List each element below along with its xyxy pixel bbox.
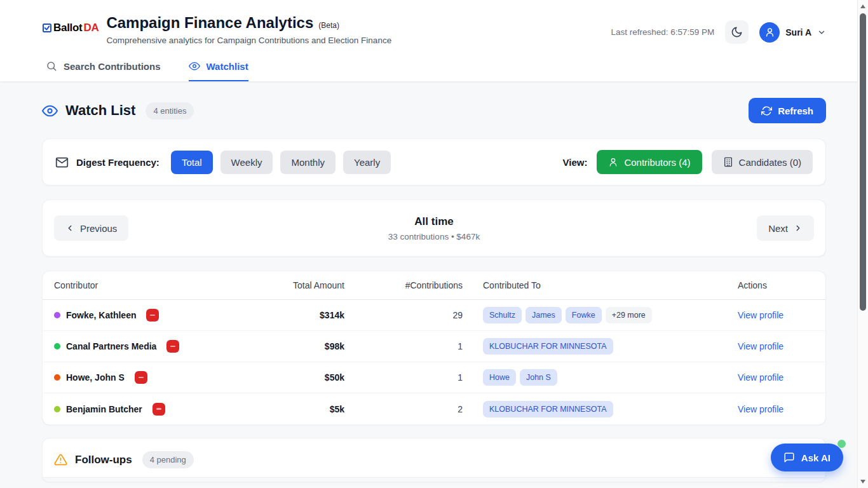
entities-count-badge: 4 entities xyxy=(146,102,194,119)
column-header-contributor: Contributor xyxy=(54,280,283,290)
contributors-button-label: Contributors (4) xyxy=(624,157,690,168)
view-candidates-button[interactable]: Candidates (0) xyxy=(712,150,813,174)
column-header-total-amount: Total Amount xyxy=(283,280,344,290)
eye-icon xyxy=(189,60,200,72)
table-row: Benjamin Butcher $5k 2 KLOBUCHAR FOR MIN… xyxy=(43,393,825,424)
search-icon xyxy=(46,60,57,72)
user-menu[interactable]: Suri A xyxy=(759,22,826,43)
period-summary: 33 contributions • $467k xyxy=(43,232,825,241)
contributions-count: 1 xyxy=(344,341,463,351)
beta-tag: (Beta) xyxy=(318,21,339,30)
pending-count-badge: 4 pending xyxy=(142,451,194,468)
ballotda-logo: BallotDA xyxy=(42,22,98,34)
tab-search-contributions[interactable]: Search Contributions xyxy=(46,60,161,81)
scrollbar-thumb[interactable] xyxy=(860,13,866,311)
contributor-color-dot xyxy=(54,343,60,349)
recipient-chip: Schultz xyxy=(483,307,522,323)
more-recipients-chip[interactable]: +29 more xyxy=(606,307,652,323)
online-status-dot xyxy=(837,440,846,448)
column-header-contributed-to: Contributed To xyxy=(483,280,722,290)
minus-icon xyxy=(139,377,144,379)
period-pagination-card: All time 33 contributions • $467k Previo… xyxy=(42,200,826,257)
ask-ai-label: Ask AI xyxy=(801,452,831,463)
table-rows: Fowke, Kathleen $314k 29 SchultzJamesFow… xyxy=(43,300,825,424)
digest-option-total[interactable]: Total xyxy=(171,151,213,174)
app-subtitle: Comprehensive analytics for Campaign Con… xyxy=(106,36,391,45)
chevron-down-icon xyxy=(817,28,826,37)
recipient-chip: Howe xyxy=(483,369,516,386)
user-name: Suri A xyxy=(785,27,811,37)
building-icon xyxy=(723,157,733,167)
total-amount: $98k xyxy=(283,341,344,351)
remove-from-watchlist-button[interactable] xyxy=(166,340,179,353)
refresh-icon xyxy=(761,105,772,116)
digest-option-yearly[interactable]: Yearly xyxy=(343,151,391,174)
previous-period-button[interactable]: Previous xyxy=(54,215,128,241)
contributions-count: 1 xyxy=(344,372,463,383)
avatar xyxy=(759,22,780,43)
refresh-label: Refresh xyxy=(778,105,813,116)
view-profile-link[interactable]: View profile xyxy=(738,372,783,383)
recipient-chip: Fowke xyxy=(566,307,602,323)
followups-title: Follow-ups xyxy=(75,454,132,466)
contributed-to-chips: HoweJohn S xyxy=(483,369,722,386)
scroll-up-arrow-icon[interactable] xyxy=(860,4,865,8)
total-amount: $314k xyxy=(283,310,344,320)
contributions-count: 29 xyxy=(344,310,463,320)
remove-from-watchlist-button[interactable] xyxy=(153,403,165,416)
total-amount: $50k xyxy=(283,372,344,383)
column-header-actions: Actions xyxy=(738,280,814,290)
ballot-checkbox-icon xyxy=(42,23,52,33)
contributed-to-chips: SchultzJamesFowke+29 more xyxy=(483,307,722,323)
followups-table-edge xyxy=(43,477,825,482)
page-title: Watch List xyxy=(65,102,135,119)
contributor-color-dot xyxy=(54,312,60,318)
top-bar: BallotDA Campaign Finance Analytics (Bet… xyxy=(0,0,868,81)
next-period-button[interactable]: Next xyxy=(757,215,814,241)
minus-icon xyxy=(170,346,175,348)
minus-icon xyxy=(150,315,155,316)
scroll-down-arrow-icon[interactable] xyxy=(860,480,865,484)
contributor-color-dot xyxy=(54,374,60,381)
app-title: Campaign Finance Analytics xyxy=(106,14,313,32)
tab-watchlist[interactable]: Watchlist xyxy=(189,60,248,81)
person-icon xyxy=(608,157,618,167)
watchlist-page: Watch List 4 entities Refresh Digest Fre… xyxy=(0,81,868,482)
eye-icon xyxy=(42,103,58,119)
recipient-chip: James xyxy=(526,307,562,323)
logo-da-text: DA xyxy=(83,22,98,34)
logo-ballot-text: Ballot xyxy=(53,22,82,34)
digest-frequency-card: Digest Frequency: Total Weekly Monthly Y… xyxy=(42,139,826,186)
digest-option-monthly[interactable]: Monthly xyxy=(280,151,336,174)
tab-label: Watchlist xyxy=(207,61,248,72)
ask-ai-button[interactable]: Ask AI xyxy=(771,444,843,471)
view-profile-link[interactable]: View profile xyxy=(738,404,783,414)
table-row: Howe, John S $50k 1 HoweJohn S View prof… xyxy=(43,362,825,393)
view-label: View: xyxy=(563,157,588,168)
person-icon xyxy=(764,27,775,37)
chat-bubble-icon xyxy=(783,452,795,463)
moon-icon xyxy=(731,26,743,38)
view-profile-link[interactable]: View profile xyxy=(738,310,783,320)
total-amount: $5k xyxy=(283,404,344,414)
followups-card: Follow-ups 4 pending xyxy=(42,438,826,482)
dark-mode-toggle-button[interactable] xyxy=(725,20,749,44)
view-profile-link[interactable]: View profile xyxy=(738,341,783,351)
contributors-table: Contributor Total Amount #Contributions … xyxy=(42,271,826,425)
chevron-left-icon xyxy=(65,224,74,233)
tab-label: Search Contributions xyxy=(64,61,161,72)
remove-from-watchlist-button[interactable] xyxy=(135,371,147,384)
recipient-chip: KLOBUCHAR FOR MINNESOTA xyxy=(483,401,613,417)
contributor-name: Canal Partners Media xyxy=(66,341,156,351)
recipient-chip: John S xyxy=(520,369,557,386)
last-refreshed-text: Last refreshed: 6:57:59 PM xyxy=(611,27,714,37)
contributor-color-dot xyxy=(54,406,60,412)
table-row: Fowke, Kathleen $314k 29 SchultzJamesFow… xyxy=(43,300,825,331)
refresh-button[interactable]: Refresh xyxy=(749,98,826,123)
vertical-scrollbar[interactable] xyxy=(857,0,868,488)
column-header-contributions: #Contributions xyxy=(344,280,463,290)
view-contributors-button[interactable]: Contributors (4) xyxy=(597,150,702,174)
remove-from-watchlist-button[interactable] xyxy=(146,309,159,322)
main-tabs: Search Contributions Watchlist xyxy=(42,60,826,81)
digest-option-weekly[interactable]: Weekly xyxy=(220,151,273,174)
